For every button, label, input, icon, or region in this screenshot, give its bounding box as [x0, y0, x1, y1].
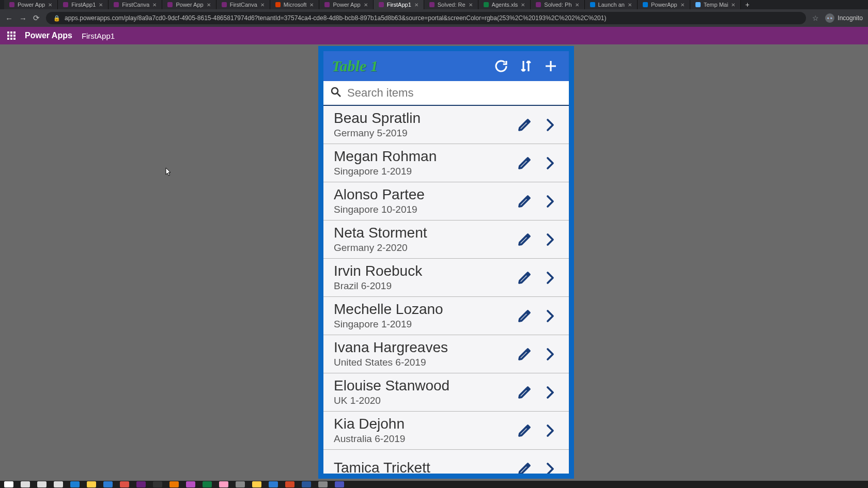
start-button[interactable]: [4, 481, 13, 487]
edit-icon[interactable]: [513, 458, 536, 474]
tab-close-icon[interactable]: ✕: [521, 2, 525, 8]
tab-close-icon[interactable]: ✕: [364, 2, 368, 8]
browser-tab[interactable]: PowerApp✕: [638, 0, 690, 9]
list-item[interactable]: Megan RohmanSingapore 1-2019: [323, 144, 569, 182]
address-bar[interactable]: 🔒 apps.powerapps.com/play/8a9a7cd0-9dcf-…: [46, 12, 806, 24]
tab-close-icon[interactable]: ✕: [680, 2, 685, 8]
list-item[interactable]: Elouise StanwoodUK 1-2020: [323, 373, 569, 412]
list-item-subtitle: Singapore 1-2019: [334, 166, 510, 177]
browser-tab[interactable]: Solved: Ph✕: [531, 0, 584, 9]
browser-tab[interactable]: FirstCanva✕: [109, 0, 162, 9]
chevron-right-icon[interactable]: [539, 458, 562, 474]
excel-icon[interactable]: [203, 481, 212, 487]
edit-icon[interactable]: [513, 152, 536, 175]
tab-close-icon[interactable]: ✕: [48, 2, 52, 8]
explorer-icon[interactable]: [87, 481, 96, 487]
list-item[interactable]: Ivana HargreavesUnited States 6-2019: [323, 335, 569, 373]
tab-close-icon[interactable]: ✕: [628, 2, 632, 8]
list-item[interactable]: Irvin RoebuckBrazil 6-2019: [323, 259, 569, 297]
list-item-title: Elouise Stanwood: [334, 378, 510, 394]
terminal-icon[interactable]: [153, 481, 162, 487]
list-item-title: Kia Dejohn: [334, 416, 510, 432]
browser-tab[interactable]: FirstApp1✕: [374, 0, 424, 9]
tab-close-icon[interactable]: ✕: [152, 2, 157, 8]
reload-button[interactable]: ⟳: [33, 13, 40, 23]
taskbar-app-icon[interactable]: [186, 481, 195, 487]
chevron-right-icon[interactable]: [539, 114, 562, 136]
browser-tab[interactable]: Launch an✕: [585, 0, 638, 9]
tab-close-icon[interactable]: ✕: [575, 2, 579, 8]
browser-tab[interactable]: Agents.xls✕: [478, 0, 531, 9]
list-item-subtitle: Germany 5-2019: [334, 128, 510, 139]
list-item[interactable]: Alonso ParteeSingapore 10-2019: [323, 182, 569, 221]
chevron-right-icon[interactable]: [539, 228, 562, 251]
edit-icon[interactable]: [513, 381, 536, 404]
powerpoint-icon[interactable]: [285, 481, 295, 487]
windows-taskbar[interactable]: [0, 481, 868, 488]
tab-close-icon[interactable]: ✕: [309, 2, 314, 8]
bookmark-star-icon[interactable]: ☆: [812, 14, 819, 22]
list-item[interactable]: Kia DejohnAustralia 6-2019: [323, 412, 569, 450]
list-item[interactable]: Tamica Trickett: [323, 450, 569, 474]
tab-close-icon[interactable]: ✕: [260, 2, 265, 8]
tab-title: Microsoft: [284, 2, 307, 8]
new-tab-button[interactable]: +: [741, 0, 753, 9]
tab-close-icon[interactable]: ✕: [731, 2, 735, 8]
chevron-right-icon[interactable]: [539, 152, 562, 175]
taskbar-app-icon[interactable]: [269, 481, 278, 487]
tab-close-icon[interactable]: ✕: [469, 2, 473, 8]
edge-icon[interactable]: [70, 481, 80, 487]
item-list[interactable]: Beau SpratlinGermany 5-2019Megan RohmanS…: [323, 106, 569, 474]
edit-icon[interactable]: [513, 228, 536, 251]
powerapps-brand[interactable]: Power Apps: [25, 31, 72, 40]
tab-close-icon[interactable]: ✕: [207, 2, 211, 8]
browser-tab[interactable]: FirstCanva✕: [216, 0, 270, 9]
chevron-right-icon[interactable]: [539, 305, 562, 327]
mail-icon[interactable]: [103, 481, 113, 487]
browser-tab[interactable]: Power App✕: [319, 0, 373, 9]
tab-favicon: [275, 2, 281, 7]
chrome-icon[interactable]: [120, 481, 129, 487]
taskbar-search-icon[interactable]: [21, 481, 30, 487]
edit-icon[interactable]: [513, 114, 536, 136]
edit-icon[interactable]: [513, 190, 536, 213]
list-item-title: Ivana Hargreaves: [334, 340, 510, 356]
edit-icon[interactable]: [513, 419, 536, 442]
edit-icon[interactable]: [513, 266, 536, 289]
sort-icon[interactable]: [516, 56, 536, 76]
forward-button[interactable]: →: [19, 14, 27, 23]
browser-tab[interactable]: Microsoft✕: [270, 0, 320, 9]
browser-tab[interactable]: Power App✕: [162, 0, 216, 9]
browser-tab[interactable]: FirstApp1✕: [58, 0, 109, 9]
browser-tab[interactable]: Solved: Re✕: [424, 0, 478, 9]
taskbar-app-icon[interactable]: [252, 481, 261, 487]
browser-tab[interactable]: Temp Mai✕: [690, 0, 741, 9]
teams-icon[interactable]: [335, 481, 344, 487]
chevron-right-icon[interactable]: [539, 266, 562, 289]
add-icon[interactable]: [541, 56, 561, 76]
tab-close-icon[interactable]: ✕: [99, 2, 103, 8]
refresh-icon[interactable]: [491, 56, 511, 76]
task-view-icon[interactable]: [54, 481, 63, 487]
tab-close-icon[interactable]: ✕: [414, 2, 419, 8]
taskbar-app-icon[interactable]: [219, 481, 228, 487]
taskbar-app-icon[interactable]: [318, 481, 328, 487]
chevron-right-icon[interactable]: [539, 381, 562, 404]
vs-icon[interactable]: [136, 481, 146, 487]
list-item[interactable]: Mechelle LozanoSingapore 1-2019: [323, 297, 569, 335]
list-item[interactable]: Beau SpratlinGermany 5-2019: [323, 106, 569, 144]
settings-icon[interactable]: [236, 481, 245, 487]
edit-icon[interactable]: [513, 343, 536, 366]
edit-icon[interactable]: [513, 305, 536, 327]
app-launcher-icon[interactable]: [7, 32, 16, 40]
blender-icon[interactable]: [169, 481, 179, 487]
back-button[interactable]: ←: [5, 14, 13, 23]
list-item[interactable]: Neta StormentGermany 2-2020: [323, 221, 569, 259]
word-icon[interactable]: [302, 481, 311, 487]
search-input[interactable]: [347, 86, 563, 100]
chevron-right-icon[interactable]: [539, 343, 562, 366]
chevron-right-icon[interactable]: [539, 190, 562, 213]
browser-tab[interactable]: Power App✕: [4, 0, 58, 9]
chevron-right-icon[interactable]: [539, 419, 562, 442]
cortana-icon[interactable]: [37, 481, 47, 487]
